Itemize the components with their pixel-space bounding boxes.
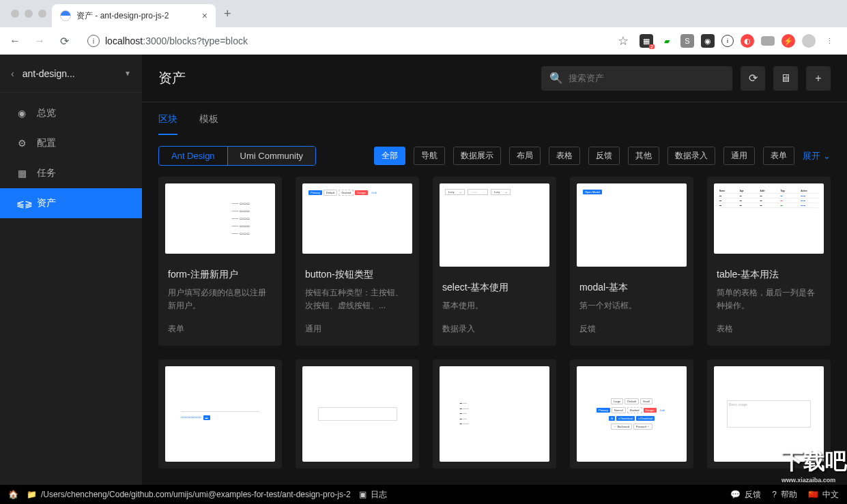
search-box[interactable]: 🔍 — [541, 66, 732, 91]
block-card[interactable]: Lucy ⌄Lucy ⌄Lucy ⌄ select-基本使用 基本使用。 数据录… — [433, 177, 556, 346]
browser-chrome: 资产 - ant-design-pro-js-2 × + ← → ⟳ i loc… — [0, 0, 847, 55]
extension-icon[interactable]: ◉ — [701, 34, 715, 48]
extension-icon[interactable]: i — [721, 35, 734, 47]
main-header: 资产 🔍 ⟳ 🖥 + — [142, 55, 847, 102]
card-thumbnail: ▭▭▭▭▭▭▬ — [165, 366, 275, 462]
message-icon: 💬 — [730, 490, 741, 499]
flag-icon: 🇨🇳 — [808, 490, 818, 499]
block-card[interactable]: Open Modal modal-基本 第一个对话框。 反馈 — [570, 177, 693, 346]
extension-icon[interactable]: ◐ — [741, 34, 754, 48]
browser-menu-icon[interactable]: ⋮ — [822, 34, 836, 48]
tag-nav[interactable]: 导航 — [414, 147, 445, 165]
block-card[interactable]: NameAgeAddrTagsAction ▬▬▬▬▬ ▬ ▬▬▬▬▬ ▬ ▬▬… — [707, 177, 831, 346]
extension-icon[interactable]: S — [680, 34, 694, 48]
main-content: 资产 🔍 ⟳ 🖥 + 区块 模板 Ant Design Umi Communit… — [142, 55, 847, 485]
home-icon[interactable]: 🏠 — [8, 490, 18, 499]
card-description: 基本使用。 — [442, 299, 547, 312]
card-thumbnail — [302, 366, 412, 462]
block-card[interactable] — [296, 359, 419, 469]
card-thumbnail: Open Modal — [577, 183, 687, 267]
new-tab-button[interactable]: + — [216, 7, 240, 21]
card-description: 用户填写必须的信息以注册新用户。 — [168, 286, 272, 312]
reload-button[interactable]: ⟳ — [55, 31, 74, 50]
sidebar-item-config[interactable]: ⚙ 配置 — [0, 128, 142, 158]
extension-icons: ▦2 ▰ S ◉ i ◐ ⚡ ⋮ — [634, 34, 842, 48]
tag-feedback[interactable]: 反馈 — [588, 147, 620, 165]
folder-icon: 📁 — [27, 490, 37, 499]
sidebar-item-tasks[interactable]: ▦ 任务 — [0, 158, 142, 188]
search-input[interactable] — [569, 73, 724, 83]
card-title: modal-基本 — [579, 282, 684, 294]
question-icon: ? — [772, 490, 777, 499]
sidebar: ‹ ant-design... ▼ ◉ 总览 ⚙ 配置 ▦ 任务 ⫹⫺ 资产 — [0, 55, 142, 485]
reload-icon: ⟳ — [749, 72, 758, 85]
tag-layout[interactable]: 布局 — [509, 147, 541, 165]
feedback-button[interactable]: 💬 反馈 — [730, 489, 761, 501]
source-antdesign[interactable]: Ant Design — [159, 147, 228, 165]
expand-button[interactable]: 展开 ⌄ — [803, 150, 831, 162]
sidebar-item-label: 资产 — [37, 197, 56, 209]
help-button[interactable]: ? 帮助 — [772, 489, 797, 501]
plus-icon: + — [815, 72, 821, 85]
extension-icon[interactable]: ▦2 — [640, 34, 653, 48]
extension-icon[interactable] — [761, 36, 775, 46]
page-title: 资产 — [158, 69, 533, 87]
project-selector[interactable]: ‹ ant-design... ▼ — [0, 55, 142, 93]
extension-icon[interactable]: ⚡ — [781, 34, 795, 48]
profile-avatar-icon[interactable] — [802, 34, 816, 48]
block-card[interactable]: PrimaryDefaultDashedDangerLink button-按钮… — [296, 177, 419, 346]
refresh-button[interactable]: ⟳ — [741, 66, 765, 91]
minimize-window-button[interactable] — [25, 10, 33, 18]
browser-tab[interactable]: 资产 - ant-design-pro-js-2 × — [52, 4, 216, 27]
tag-data-display[interactable]: 数据展示 — [453, 147, 501, 165]
tag-data-entry[interactable]: 数据录入 — [667, 147, 715, 165]
card-thumbnail: PrimaryDefaultDashedDangerLink — [302, 183, 412, 254]
add-button[interactable]: + — [806, 66, 831, 91]
extension-icon[interactable]: ▰ — [660, 34, 674, 48]
card-description: 按钮有五种类型：主按钮、次按钮、虚线按钮、... — [305, 286, 410, 312]
tag-table[interactable]: 表格 — [549, 147, 580, 165]
source-toggle: Ant Design Umi Community — [158, 146, 316, 166]
card-tag: 反馈 — [579, 323, 684, 335]
log-button[interactable]: ▣ 日志 — [359, 489, 387, 501]
block-card[interactable]: ▭▭▭▭▭▭▬ — [158, 359, 282, 469]
project-icon: ▦ — [16, 168, 27, 179]
close-window-button[interactable] — [11, 10, 19, 18]
sidebar-item-assets[interactable]: ⫹⫺ 资产 — [0, 188, 142, 218]
caret-down-icon: ▼ — [124, 70, 131, 77]
url-field[interactable]: i localhost:3000/blocks?type=block — [79, 31, 612, 51]
card-tag: 通用 — [305, 323, 410, 335]
block-card[interactable]: LargeDefaultSmallPrimaryNormalDashedDang… — [570, 359, 693, 469]
maximize-window-button[interactable] — [38, 10, 46, 18]
card-tag: 表单 — [168, 323, 272, 335]
site-info-icon[interactable]: i — [87, 35, 100, 47]
window-controls — [5, 10, 52, 18]
close-tab-icon[interactable]: × — [202, 10, 207, 21]
block-icon: ⫹⫺ — [16, 198, 27, 209]
card-thumbnail: —— ▭▭▭—— ▭▭▭—— ▭▭▭—— ▭▭▭—— ▭▭▭ — [165, 183, 275, 254]
tab-title: 资产 - ant-design-pro-js-2 — [76, 10, 197, 22]
tab-bar: 资产 - ant-design-pro-js-2 × + — [0, 0, 847, 27]
tag-general[interactable]: 通用 — [723, 147, 755, 165]
card-thumbnail: ▬ ▭▭▬ ▭▭▭▬ ▭ ▭▬ ▭▭▬ ▭▭▭ — [440, 366, 549, 462]
source-umi[interactable]: Umi Community — [228, 147, 315, 165]
sidebar-item-overview[interactable]: ◉ 总览 — [0, 98, 142, 128]
layout-button[interactable]: 🖥 — [773, 66, 798, 91]
block-card[interactable]: ▬ ▭▭▬ ▭▭▭▬ ▭ ▭▬ ▭▭▬ ▭▭▭ — [433, 359, 556, 469]
url-text: localhost:3000/blocks?type=block — [105, 35, 248, 46]
status-bar: 🏠 📁 /Users/chencheng/Code/github.com/umi… — [0, 485, 847, 504]
forward-button[interactable]: → — [30, 31, 49, 50]
lang-button[interactable]: 🇨🇳 中文 — [808, 489, 839, 501]
block-card[interactable]: —— ▭▭▭—— ▭▭▭—— ▭▭▭—— ▭▭▭—— ▭▭▭ form-注册新用… — [158, 177, 282, 346]
terminal-path[interactable]: 📁 /Users/chencheng/Code/github.com/umijs… — [27, 490, 351, 499]
tab-templates[interactable]: 模板 — [199, 113, 218, 135]
back-button[interactable]: ← — [5, 31, 25, 50]
block-card[interactable]: Basic usage — [707, 359, 831, 469]
card-title: form-注册新用户 — [168, 269, 272, 281]
tag-all[interactable]: 全部 — [374, 147, 405, 165]
tab-blocks[interactable]: 区块 — [158, 113, 177, 135]
tag-other[interactable]: 其他 — [628, 147, 659, 165]
main-tabs: 区块 模板 — [142, 102, 847, 135]
bookmark-star-icon[interactable]: ☆ — [618, 33, 629, 48]
tag-form[interactable]: 表单 — [763, 147, 794, 165]
